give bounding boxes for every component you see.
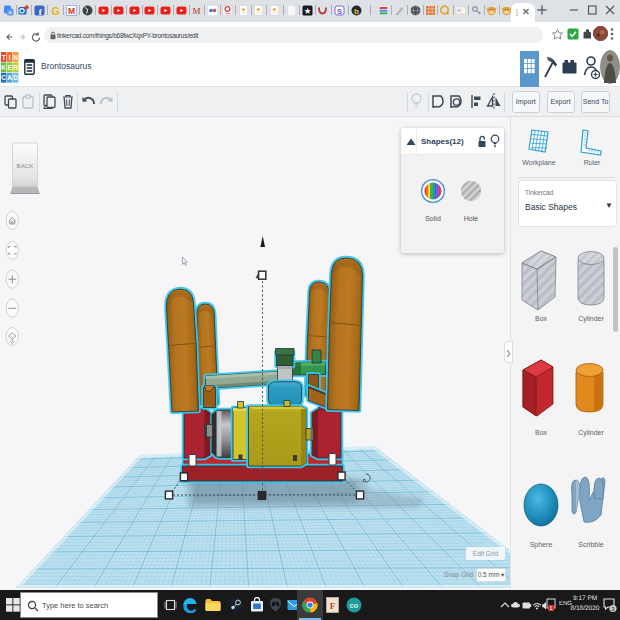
svg-text:M: M bbox=[67, 5, 74, 15]
svg-text:D: D bbox=[13, 74, 18, 81]
svg-text:I: I bbox=[9, 54, 11, 61]
svg-text:R: R bbox=[13, 64, 18, 71]
svg-text:M: M bbox=[192, 6, 200, 16]
svg-text:★: ★ bbox=[303, 5, 311, 15]
svg-text:Solid: Solid bbox=[425, 215, 441, 222]
svg-text:G: G bbox=[51, 5, 59, 16]
svg-text:b: b bbox=[354, 6, 359, 15]
svg-text:T: T bbox=[2, 54, 6, 61]
svg-text:BACK: BACK bbox=[17, 162, 35, 169]
svg-text:A: A bbox=[7, 74, 12, 81]
svg-text:E: E bbox=[8, 64, 13, 71]
svg-text:co: co bbox=[350, 601, 359, 610]
svg-text:Hole: Hole bbox=[464, 215, 479, 222]
svg-text:K: K bbox=[1, 64, 6, 71]
svg-text:N: N bbox=[13, 54, 18, 61]
svg-text:1: 1 bbox=[549, 605, 552, 611]
svg-text:C: C bbox=[1, 74, 6, 81]
svg-text:S: S bbox=[336, 6, 341, 15]
svg-text:F: F bbox=[330, 601, 336, 611]
